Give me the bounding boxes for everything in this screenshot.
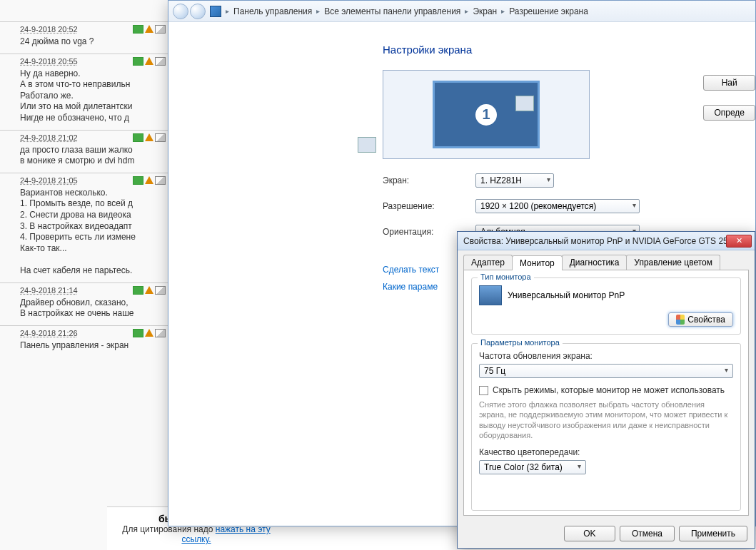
warning-icon[interactable] [145, 176, 153, 184]
edit-icon[interactable] [155, 57, 166, 66]
status-icon[interactable] [133, 57, 143, 66]
breadcrumb: ▸ Панель управления ▸ Все элементы панел… [168, 1, 755, 22]
dialog-titlebar[interactable]: Свойства: Универсальный монитор PnP и NV… [458, 232, 755, 250]
monitor-thumb-icon [358, 137, 376, 153]
breadcrumb-item[interactable]: Разрешение экрана [509, 6, 588, 16]
tab-body: Тип монитора Универсальный монитор PnP С… [463, 270, 749, 516]
tab-adapter[interactable]: Адаптер [463, 255, 513, 270]
nav-arrows [173, 4, 206, 19]
post-date[interactable]: 24-9-2018 21:02 [20, 133, 78, 142]
dialog-title: Свойства: Универсальный монитор PnP и NV… [463, 236, 726, 246]
chevron-right-icon: ▸ [316, 7, 320, 15]
post-body: 24 дюйма по vga ? [20, 36, 166, 48]
tab-monitor[interactable]: Монитор [512, 255, 563, 270]
forum-post: 24-9-2018 21:05 Вариантов несколько. 1. … [0, 173, 171, 282]
ok-button[interactable]: OK [564, 526, 615, 541]
monitor-icon [479, 285, 502, 305]
screen-label: Экран: [383, 175, 475, 185]
forum-post: 24-9-2018 20:52 24 дюйма по vga ? [0, 21, 171, 54]
status-icon[interactable] [133, 286, 143, 295]
post-date[interactable]: 24-9-2018 21:14 [20, 286, 78, 295]
cancel-button[interactable]: Отмена [620, 526, 675, 541]
apply-button[interactable]: Применить [679, 526, 747, 541]
post-header: 24-9-2018 21:26 [20, 329, 166, 337]
breadcrumb-item[interactable]: Панель управления [233, 6, 312, 16]
post-action-icons [133, 286, 166, 295]
forum-post: 24-9-2018 21:02 да просто глаза ваши жал… [0, 130, 171, 173]
breadcrumb-item[interactable]: Экран [473, 6, 497, 16]
warning-icon[interactable] [145, 57, 153, 65]
checkbox-icon[interactable] [479, 386, 488, 395]
breadcrumb-item[interactable]: Все элементы панели управления [324, 6, 460, 16]
back-button[interactable] [173, 4, 188, 19]
resolution-label: Разрешение: [383, 201, 475, 211]
post-date[interactable]: 24-9-2018 21:26 [20, 329, 78, 337]
tab-color-management[interactable]: Управление цветом [626, 255, 720, 270]
status-icon[interactable] [133, 329, 143, 337]
post-header: 24-9-2018 20:52 [20, 25, 166, 34]
post-body: Вариантов несколько. 1. Промыть везде, п… [20, 188, 166, 277]
warning-icon[interactable] [145, 329, 153, 337]
tab-diagnostics[interactable]: Диагностика [562, 255, 628, 270]
resolution-setting-row: Разрешение: 1920 × 1200 (рекомендуется) [383, 199, 741, 213]
edit-icon[interactable] [155, 176, 166, 185]
monitor-preview[interactable]: 1 [383, 70, 590, 159]
resolution-dropdown[interactable]: 1920 × 1200 (рекомендуется) [475, 199, 640, 213]
forum-post: 24-9-2018 21:14 Драйвер обновил, сказано… [0, 282, 171, 325]
status-icon[interactable] [133, 176, 143, 185]
side-buttons: Най Опреде [703, 75, 755, 121]
post-header: 24-9-2018 21:05 [20, 176, 166, 185]
dialog-button-row: OK Отмена Применить [458, 521, 755, 546]
post-body: Ну да наверно. А в этом что-то неправиль… [20, 68, 166, 124]
edit-icon[interactable] [155, 25, 166, 34]
post-action-icons [133, 133, 166, 142]
post-body: Драйвер обновил, сказано, В настройках н… [20, 297, 166, 320]
monitor-type-group: Тип монитора Универсальный монитор PnP С… [471, 277, 741, 335]
close-icon: ✕ [736, 236, 742, 245]
post-body: Панель управления - экран [20, 340, 166, 352]
warning-icon[interactable] [145, 133, 153, 141]
detect-button[interactable]: Опреде [703, 105, 755, 121]
hint-text: Снятие этого флажка позволяет выбрать ча… [479, 399, 733, 440]
monitor-params-group: Параметры монитора Частота обновления эк… [471, 343, 741, 511]
refresh-rate-dropdown[interactable]: 75 Гц [479, 364, 733, 378]
chevron-right-icon: ▸ [501, 7, 505, 15]
chevron-right-icon: ▸ [226, 7, 229, 15]
forward-button[interactable] [190, 4, 206, 19]
edit-icon[interactable] [155, 133, 166, 142]
status-icon[interactable] [133, 133, 143, 142]
post-action-icons [133, 25, 166, 34]
warning-icon[interactable] [145, 25, 153, 33]
refresh-rate-label: Частота обновления экрана: [479, 351, 733, 361]
close-button[interactable]: ✕ [726, 235, 752, 248]
status-icon[interactable] [133, 25, 143, 34]
post-header: 24-9-2018 21:14 [20, 286, 166, 295]
group-title: Тип монитора [478, 273, 534, 281]
forum-post: 24-9-2018 20:55 Ну да наверно. А в этом … [0, 54, 171, 130]
post-body: да просто глаза ваши жалко в монике я см… [20, 145, 166, 167]
post-date[interactable]: 24-9-2018 21:05 [20, 176, 78, 185]
color-quality-dropdown[interactable]: True Color (32 бита) [479, 460, 586, 474]
warning-icon[interactable] [145, 286, 153, 294]
post-action-icons [133, 176, 166, 185]
find-button[interactable]: Най [703, 75, 755, 91]
edit-icon[interactable] [155, 286, 166, 295]
checkbox-label: Скрыть режимы, которые монитор не может … [493, 385, 725, 395]
monitor-properties-dialog: Свойства: Универсальный монитор PnP и NV… [457, 231, 755, 549]
monitor-name: Универсальный монитор PnP [508, 290, 625, 300]
forum-post: 24-9-2018 21:26 Панель управления - экра… [0, 325, 171, 357]
post-date[interactable]: 24-9-2018 20:55 [20, 57, 78, 66]
post-date[interactable]: 24-9-2018 20:52 [20, 25, 78, 34]
monitor-selected[interactable]: 1 [433, 81, 540, 148]
forum-thread: 24-9-2018 20:52 24 дюйма по vga ? 24-9-2… [0, 0, 171, 550]
properties-button[interactable]: Свойства [668, 312, 733, 327]
post-header: 24-9-2018 21:02 [20, 133, 166, 142]
color-quality-label: Качество цветопередачи: [479, 447, 733, 457]
monitor-thumb-icon [515, 96, 534, 111]
monitor-number: 1 [474, 103, 498, 127]
chevron-right-icon: ▸ [465, 7, 468, 15]
hide-modes-checkbox-row[interactable]: Скрыть режимы, которые монитор не может … [479, 385, 733, 395]
edit-icon[interactable] [155, 329, 166, 337]
screen-dropdown[interactable]: 1. HZ281H [475, 173, 554, 188]
shield-icon [676, 315, 685, 325]
